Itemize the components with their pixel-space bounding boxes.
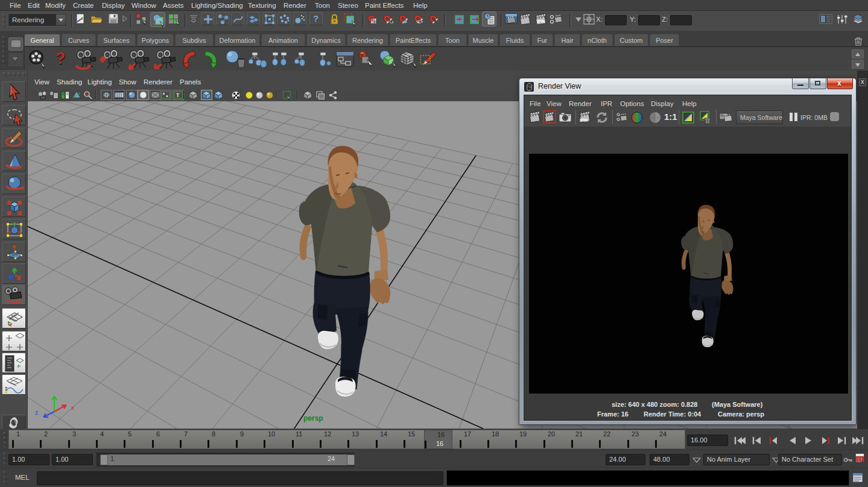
- svg-text:persp: persp: [303, 414, 323, 423]
- svg-text:T: T: [176, 92, 180, 98]
- svg-text:IPR: IPR: [580, 118, 588, 122]
- svg-text:IPR: IPR: [537, 19, 545, 24]
- svg-text:z: z: [35, 409, 39, 416]
- svg-text:x: x: [71, 404, 75, 411]
